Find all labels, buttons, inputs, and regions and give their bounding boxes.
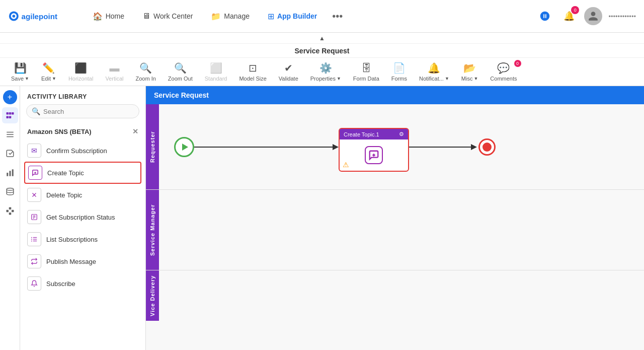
form-data-button[interactable]: 🗄 Form Data [348,60,384,84]
swimlane-requester-label: Requester [146,104,159,189]
add-activity-button[interactable]: + [3,90,17,104]
nav-manage[interactable]: 📁 Manage [204,8,257,25]
svg-text:agilepoint: agilepoint [22,12,58,21]
logo[interactable]: agilepoint [8,7,65,25]
sidebar-icon-chart[interactable] [2,165,18,181]
manage-icon: 📁 [211,12,221,21]
node-icon-area [344,143,404,168]
sidebar-icon-tasks[interactable] [2,146,18,162]
standard-button[interactable]: ⬜ Standard [200,60,232,84]
model-size-label: Model Size [239,76,266,82]
svg-rect-17 [9,213,11,215]
nav-work-center-label: Work Center [153,12,193,20]
form-data-label: Form Data [353,76,379,82]
list-subscriptions-icon [27,232,41,246]
user-name: •••••••••••• [608,13,636,20]
zoom-out-label: Zoom Out [168,76,193,82]
sidebar-icon-data[interactable] [2,184,18,200]
svg-rect-7 [6,116,9,119]
sidebar-icon-settings[interactable] [2,203,18,219]
home-icon: 🏠 [93,12,103,21]
notifications-toolbar-button[interactable]: 🔔 Notificat... ▼ [414,60,454,84]
zoom-in-icon: 🔍 [139,62,152,74]
svg-point-2 [13,15,16,18]
horizontal-button[interactable]: ⬛ Horizontal [63,60,99,84]
misc-button[interactable]: 📂 Misc ▼ [456,60,484,84]
zoom-out-icon: 🔍 [174,62,187,74]
svg-rect-6 [12,112,14,115]
properties-button[interactable]: ⚙️ Properties ▼ [305,60,346,84]
swimlane-service-manager-body [159,190,644,270]
top-navigation: agilepoint 🏠 Home 🖥 Work Center 📁 Manage… [0,0,644,33]
comments-icon: 💬 [497,62,510,74]
svg-rect-14 [12,169,13,176]
misc-label: Misc [461,76,473,82]
activity-item-publish-message[interactable]: Publish Message [20,250,145,272]
activity-panel: ACTIVITY LIBRARY 🔍 Amazon SNS (BETA) ✕ ✉… [20,86,146,350]
forms-button[interactable]: 📄 Forms [386,60,412,84]
edit-button[interactable]: ✏️ Edit ▼ [36,60,61,84]
swimlane-requester: Requester [146,104,644,190]
section-close-button[interactable]: ✕ [132,127,138,135]
misc-arrow: ▼ [473,76,478,81]
nav-home[interactable]: 🏠 Home [86,8,131,25]
workflow-node-create-topic[interactable]: Create Topic.1 ⚙ [339,128,409,172]
svg-rect-11 [7,136,14,137]
nav-manage-label: Manage [224,12,250,20]
vertical-button[interactable]: ▬ Vertical [100,60,128,84]
nav-app-builder[interactable]: ⊞ App Builder [261,8,324,25]
nav-right: 🔔 0 •••••••••••• [536,7,636,25]
sidebar-icon-flow[interactable] [2,107,18,123]
edit-arrow: ▼ [52,76,56,81]
workflow-end-node[interactable] [478,138,496,156]
search-input[interactable] [43,108,134,115]
section-header: Amazon SNS (BETA) ✕ [20,123,145,139]
nav-more-button[interactable]: ••• [328,7,347,26]
forms-label: Forms [391,76,407,82]
standard-label: Standard [205,76,227,82]
activity-item-delete-topic[interactable]: Delete Topic [20,184,145,206]
model-size-button[interactable]: ⊡ Model Size [234,60,271,84]
activity-item-get-subscription-status[interactable]: Get Subscription Status [20,206,145,228]
search-box[interactable]: 🔍 [26,104,139,118]
model-size-icon: ⊡ [249,62,257,74]
canvas-content[interactable]: Requester [146,104,644,350]
publish-message-icon [27,254,41,268]
sidebar-icon-list[interactable] [2,126,18,143]
node-gear-icon[interactable]: ⚙ [399,131,404,137]
svg-rect-10 [7,134,14,135]
horizontal-icon: ⬛ [74,62,87,74]
properties-arrow: ▼ [337,76,341,81]
save-arrow: ▼ [25,76,29,81]
vertical-label: Vertical [105,76,123,82]
nav-work-center[interactable]: 🖥 Work Center [135,8,200,25]
canvas-title: Service Request [154,91,209,99]
zoom-in-button[interactable]: 🔍 Zoom In [131,60,161,84]
activity-item-create-topic[interactable]: Create Topic [24,162,141,184]
zoom-out-button[interactable]: 🔍 Zoom Out [163,60,198,84]
activity-item-confirm-subscription[interactable]: ✉ Confirm Subscription [20,139,145,162]
save-button[interactable]: 💾 Save ▼ [6,60,34,84]
nav-items: 🏠 Home 🖥 Work Center 📁 Manage ⊞ App Buil… [86,7,536,26]
activity-item-subscribe[interactable]: Subscribe [20,272,145,295]
collapse-bar[interactable]: ▲ [0,33,644,44]
ai-assistant-button[interactable] [536,7,554,25]
properties-icon: ⚙️ [319,62,332,74]
notifications-button[interactable]: 🔔 0 [560,7,578,25]
subtitle-bar: Service Request [0,44,644,58]
avatar[interactable] [584,7,602,25]
vertical-icon: ▬ [109,62,119,74]
svg-rect-12 [7,173,8,176]
swimlane-requester-body: Create Topic.1 ⚙ [159,104,644,189]
comments-button[interactable]: 💬 Comments 0 [485,60,522,84]
activity-item-list-subscriptions[interactable]: List Subscriptions [20,228,145,250]
horizontal-label: Horizontal [68,76,94,82]
get-subscription-status-icon [27,210,41,224]
validate-button[interactable]: ✔ Validate [274,60,303,84]
properties-label: Properties [310,76,336,82]
svg-marker-35 [333,144,339,150]
toolbar: 💾 Save ▼ ✏️ Edit ▼ ⬛ Horizontal ▬ Vertic… [0,58,644,86]
forms-icon: 📄 [393,62,406,74]
workflow-start-node[interactable] [174,137,194,157]
svg-rect-4 [6,112,9,115]
